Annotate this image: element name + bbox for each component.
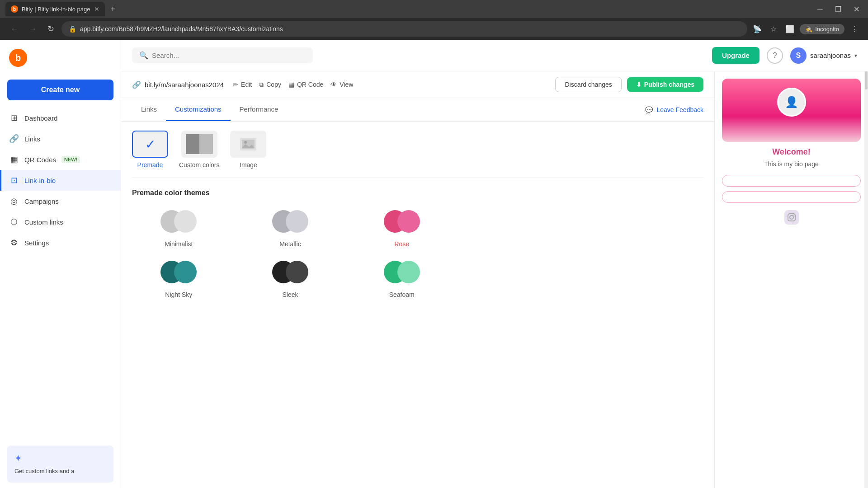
extensions-icon[interactable]: ⬜ <box>783 23 796 35</box>
close-window-button[interactable]: ✕ <box>850 3 863 15</box>
theme-rose[interactable]: Rose <box>355 208 448 248</box>
copy-icon: ⧉ <box>259 81 264 89</box>
edit-action[interactable]: ✏ Edit <box>233 81 252 88</box>
theme-metallic[interactable]: Metallic <box>244 208 337 248</box>
theme-name-seafoam: Seafoam <box>389 291 415 298</box>
promo-icon: ✦ <box>14 453 106 464</box>
search-bar[interactable]: 🔍 <box>132 47 313 63</box>
bio-welcome-text: Welcome! <box>722 147 861 157</box>
theme-selector: ✓ Premade Custom colors <box>132 131 703 178</box>
theme-option-custom-colors[interactable]: Custom colors <box>179 131 219 169</box>
instagram-icon <box>784 210 799 225</box>
sidebar-item-dashboard[interactable]: ⊞ Dashboard <box>0 108 121 128</box>
sidebar-item-settings[interactable]: ⚙ Settings <box>0 232 121 253</box>
image-label: Image <box>240 161 257 169</box>
link-chain-icon: 🔗 <box>132 80 141 89</box>
sidebar-item-label: Custom links <box>24 218 63 226</box>
minimize-button[interactable]: ─ <box>814 3 826 15</box>
menu-icon[interactable]: ⋮ <box>848 23 861 35</box>
sidebar-item-label: Campaigns <box>24 197 59 205</box>
top-bar: 🔍 Upgrade ? S saraahjoonas ▾ <box>121 40 868 71</box>
sidebar-item-campaigns[interactable]: ◎ Campaigns <box>0 191 121 211</box>
eye-icon: 👁 <box>330 81 337 88</box>
preview-panel: 👤 Welcome! This is my bio page <box>714 71 868 488</box>
sidebar-item-custom-links[interactable]: ⬡ Custom links <box>0 211 121 232</box>
upgrade-button[interactable]: Upgrade <box>712 47 760 64</box>
cast-icon[interactable]: 📡 <box>751 23 764 35</box>
browser-tab: b Bitly | Bitly link-in-bio page ✕ <box>5 2 105 16</box>
promo-text: Get custom links and a <box>14 467 106 475</box>
sidebar: b Create new ⊞ Dashboard 🔗 Links ▦ QR Co… <box>0 40 121 488</box>
sidebar-promo: ✦ Get custom links and a <box>7 446 113 483</box>
bitly-logo[interactable]: b <box>9 49 27 67</box>
user-info[interactable]: S saraahjoonas ▾ <box>790 47 857 64</box>
sidebar-item-label: Dashboard <box>24 114 57 122</box>
sidebar-item-links[interactable]: 🔗 Links <box>0 128 121 149</box>
custom-colors-label: Custom colors <box>179 161 219 169</box>
refresh-button[interactable]: ↻ <box>43 22 58 36</box>
help-button[interactable]: ? <box>767 47 783 64</box>
campaigns-icon: ◎ <box>9 196 19 206</box>
tab-performance[interactable]: Performance <box>231 98 288 121</box>
new-tab-button[interactable]: + <box>107 3 119 15</box>
tab-customizations[interactable]: Customizations <box>166 98 231 121</box>
link-bar: 🔗 bit.ly/m/saraahjoonas2024 ✏ Edit ⧉ Cop… <box>121 71 714 98</box>
theme-name-sleek: Sleek <box>282 291 298 298</box>
theme-minimalist[interactable]: Minimalist <box>132 208 226 248</box>
qr-action[interactable]: ▦ QR Code <box>288 81 323 88</box>
browser-titlebar: b Bitly | Bitly link-in-bio page ✕ + ─ ❐… <box>0 0 868 18</box>
theme-sleek[interactable]: Sleek <box>244 258 337 298</box>
sidebar-item-qr-codes[interactable]: ▦ QR Codes NEW! <box>0 149 121 170</box>
user-avatar: S <box>790 47 807 64</box>
tab-close-icon[interactable]: ✕ <box>94 5 99 13</box>
sidebar-item-label: Links <box>24 135 40 143</box>
custom-links-icon: ⬡ <box>9 217 19 227</box>
publish-changes-button[interactable]: ⬇ Publish changes <box>627 77 703 92</box>
svg-rect-1 <box>199 134 213 154</box>
sidebar-item-link-in-bio[interactable]: ⊡ Link-in-bio <box>0 170 121 191</box>
theme-option-premade[interactable]: ✓ Premade <box>132 131 168 169</box>
dashboard-icon: ⊞ <box>9 113 19 123</box>
section-title: Premade color themes <box>132 189 703 197</box>
tab-links[interactable]: Links <box>132 98 166 121</box>
leave-feedback-button[interactable]: 💬 Leave Feedback <box>645 103 703 117</box>
user-name: saraahjoonas <box>810 52 851 59</box>
forward-button[interactable]: → <box>25 22 40 36</box>
theme-night-sky[interactable]: Night Sky <box>132 258 226 298</box>
svg-rect-5 <box>784 210 799 225</box>
links-icon: 🔗 <box>9 134 19 144</box>
search-input[interactable] <box>152 52 306 59</box>
bio-avatar-icon: 👤 <box>785 96 798 108</box>
qr-code-icon: ▦ <box>288 81 294 88</box>
bio-description: This is my bio page <box>722 160 861 168</box>
svg-point-4 <box>244 141 247 144</box>
copy-action[interactable]: ⧉ Copy <box>259 81 281 89</box>
bookmark-icon[interactable]: ☆ <box>767 23 780 35</box>
theme-seafoam[interactable]: Seafoam <box>355 258 448 298</box>
theme-option-image[interactable]: Image <box>230 131 266 169</box>
lock-icon: 🔒 <box>69 25 76 33</box>
view-action[interactable]: 👁 View <box>330 81 353 88</box>
qr-icon: ▦ <box>9 155 19 164</box>
sidebar-item-label: Link-in-bio <box>24 177 56 184</box>
link-url-text: bit.ly/m/saraahjoonas2024 <box>145 81 224 89</box>
bio-icon: ⊡ <box>9 175 19 185</box>
restore-button[interactable]: ❐ <box>832 3 844 15</box>
download-icon: ⬇ <box>636 81 642 88</box>
address-bar[interactable]: 🔒 app.bitly.com/Bn587h9MZH2/launchpads/M… <box>61 21 747 37</box>
theme-name-night-sky: Night Sky <box>165 291 192 298</box>
tabs-bar: Links Customizations Performance 💬 Leave… <box>121 98 714 122</box>
discard-changes-button[interactable]: Discard changes <box>555 77 621 92</box>
theme-name-metallic: Metallic <box>279 240 301 248</box>
create-new-button[interactable]: Create new <box>7 80 113 100</box>
address-text: app.bitly.com/Bn587h9MZH2/launchpads/Mn5… <box>80 25 740 33</box>
svg-rect-0 <box>186 134 199 154</box>
image-icon <box>230 131 266 158</box>
bio-link-2 <box>722 191 861 203</box>
incognito-badge: 🕵 Incognito <box>800 24 844 34</box>
new-badge: NEW! <box>61 156 80 163</box>
editor-panel: 🔗 bit.ly/m/saraahjoonas2024 ✏ Edit ⧉ Cop… <box>121 71 714 488</box>
bio-link-1 <box>722 175 861 187</box>
back-button[interactable]: ← <box>7 22 22 36</box>
feedback-icon: 💬 <box>645 106 653 113</box>
